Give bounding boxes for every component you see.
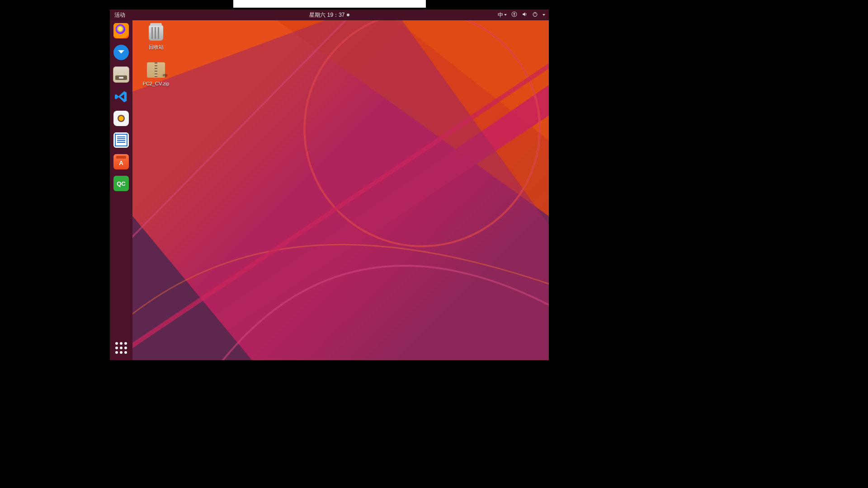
- zip-file-label: PC2_CV.zip: [138, 81, 174, 86]
- trash-label: 回收站: [138, 44, 174, 51]
- desktop-wallpaper: 回收站 PC2_CV.zip: [132, 20, 549, 360]
- activities-button[interactable]: 活动: [110, 11, 130, 19]
- vscode-icon: [114, 90, 128, 103]
- system-menu-caret-icon[interactable]: [542, 14, 545, 16]
- dock-vscode[interactable]: [113, 89, 129, 104]
- panel-clock[interactable]: 星期六 19：37: [309, 11, 349, 19]
- browser-url-bar[interactable]: [233, 0, 426, 8]
- system-tray: 中: [498, 11, 545, 19]
- trash-desktop-icon[interactable]: 回收站: [138, 24, 174, 51]
- dock-qc-app[interactable]: QC: [113, 176, 129, 191]
- dock-ubuntu-software[interactable]: [113, 154, 129, 169]
- dock-libreoffice-writer[interactable]: [113, 132, 129, 148]
- dock-rhythmbox[interactable]: [113, 111, 129, 126]
- ime-label: 中: [498, 11, 503, 19]
- clock-text: 星期六 19：37: [309, 11, 344, 19]
- notification-dot-icon: [347, 14, 349, 16]
- show-applications-button[interactable]: [113, 340, 129, 356]
- dock-files[interactable]: [113, 66, 129, 83]
- volume-icon[interactable]: [522, 11, 528, 19]
- gnome-top-panel: 活动 星期六 19：37 中: [110, 9, 549, 20]
- trash-icon: [149, 25, 163, 41]
- accessibility-icon[interactable]: [511, 11, 517, 19]
- zip-file-desktop-icon[interactable]: PC2_CV.zip: [138, 61, 174, 86]
- dock-thunderbird[interactable]: [113, 45, 129, 60]
- ubuntu-desktop: 活动 星期六 19：37 中: [110, 9, 549, 360]
- qc-label: QC: [117, 180, 126, 187]
- power-icon[interactable]: [532, 11, 538, 19]
- dock-firefox[interactable]: [113, 23, 129, 38]
- archive-icon: [147, 62, 165, 78]
- input-method-indicator[interactable]: 中: [498, 11, 507, 19]
- svg-point-1: [514, 13, 515, 14]
- wallpaper-art: [132, 20, 549, 360]
- ubuntu-dock: QC: [110, 20, 132, 360]
- caret-down-icon: [504, 14, 507, 16]
